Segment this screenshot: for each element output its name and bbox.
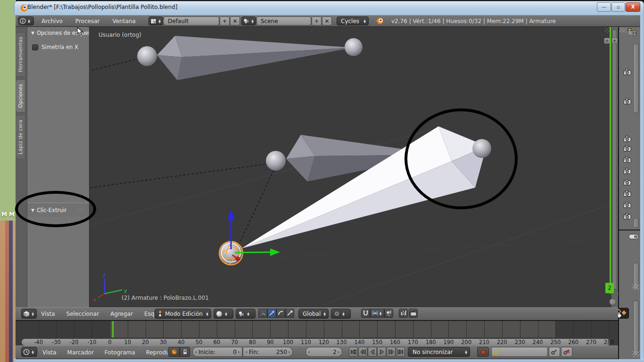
desktop-icon-label[interactable]: M <box>1 211 7 218</box>
close-layout-button[interactable]: ✕ <box>230 16 240 25</box>
current-frame-field[interactable]: ◂ 2 ▸ <box>305 347 342 357</box>
frame-start-field[interactable]: ◂ Inicio: 0 ▸ <box>192 347 242 357</box>
opengl-anim-button[interactable] <box>409 309 418 318</box>
restore-button[interactable]: ▫ <box>611 2 625 12</box>
pivot-center-dropdown[interactable]: ▲▼ <box>236 309 256 319</box>
toolshelf-panel-region: ▼ Opciones de esquel Simetría en X ▼ Cli… <box>27 27 90 307</box>
camera-icon[interactable] <box>623 69 632 75</box>
axis-y-label: y <box>124 288 127 294</box>
snap-increment-icon <box>372 310 378 316</box>
delete-keyframe-button[interactable] <box>561 347 572 357</box>
camera-toggle-column <box>619 27 640 244</box>
menu-archivo[interactable]: Archivo <box>41 18 63 25</box>
camera-icon[interactable] <box>623 98 632 105</box>
sync-dropdown[interactable]: No sincronizar ▲▼ <box>408 347 470 357</box>
increment-arrow-icon[interactable]: ▸ <box>338 350 340 354</box>
keying-set-field[interactable] <box>491 347 548 357</box>
mode-dropdown[interactable]: Modo Edición ▲▼ <box>155 309 211 319</box>
camera-icon[interactable] <box>623 168 632 174</box>
menu-fotograma[interactable]: Fotograma <box>105 349 135 356</box>
play-button[interactable] <box>377 347 386 357</box>
viewport-3d[interactable]: z y x Usuario (ortog) (2) Armature : Pol… <box>90 27 611 307</box>
key-delete-icon <box>563 349 570 355</box>
timeline-editor[interactable]: -40-30-20-100102030405060708090100110120… <box>16 321 618 346</box>
scene-field[interactable]: Scene <box>256 16 311 25</box>
close-button[interactable]: X <box>626 2 640 12</box>
camera-icon[interactable] <box>623 136 632 142</box>
insert-keyframe-button[interactable] <box>549 347 560 357</box>
screen-layout-field[interactable]: Default <box>164 16 219 25</box>
close-scene-button[interactable]: ✕ <box>322 16 332 25</box>
expand-region-button[interactable]: + <box>611 38 618 44</box>
auto-keyframe-toggle[interactable] <box>477 347 489 357</box>
menu-procesar[interactable]: Procesar <box>75 18 100 25</box>
jump-to-start-button[interactable] <box>349 347 358 357</box>
render-engine-dropdown[interactable]: Cycles ▲▼ <box>337 16 369 25</box>
timeline-editor-type-button[interactable]: ▲▼ <box>21 347 37 357</box>
tab-herramientas[interactable]: Herramientas <box>16 32 25 77</box>
add-scene-button[interactable]: + <box>312 16 322 25</box>
preview-range-toggle[interactable] <box>168 347 180 357</box>
proportional-edit-dropdown[interactable]: ▲▼ <box>331 309 351 319</box>
tab-l-piz-de-cera[interactable]: Lápiz de cera <box>16 115 25 159</box>
camera-icon[interactable] <box>623 156 632 163</box>
end-value: 250 <box>259 349 287 355</box>
current-frame-line[interactable] <box>112 321 114 337</box>
camera-icon[interactable] <box>623 190 632 197</box>
axis-gizmo-toggle[interactable] <box>258 309 267 318</box>
decrement-arrow-icon[interactable]: ◂ <box>245 350 247 354</box>
add-layout-button[interactable]: + <box>220 16 230 25</box>
editor-border[interactable] <box>619 230 640 230</box>
orientation-dropdown[interactable]: Global ▲▼ <box>298 309 329 319</box>
decrement-arrow-icon[interactable]: ◂ <box>195 350 197 354</box>
snap-toggle[interactable] <box>361 309 370 318</box>
editor-corner-grip[interactable] <box>632 284 639 290</box>
current-frame-line[interactable] <box>610 27 611 294</box>
editor-corner-grip[interactable] <box>17 21 23 26</box>
view3d-editor-type-button[interactable]: ▲▼ <box>21 309 37 319</box>
menu-seleccionar[interactable]: Seleccionar <box>66 311 99 317</box>
scale-manipulator-toggle[interactable] <box>285 309 294 318</box>
camera-icon[interactable] <box>623 145 632 152</box>
camera-icon[interactable] <box>623 202 632 208</box>
desktop-icon-label[interactable]: M <box>9 211 15 218</box>
scrollbar[interactable] <box>633 218 639 228</box>
chevron-updown-icon: ▲▼ <box>341 312 346 316</box>
minimize-button[interactable]: — <box>597 2 611 12</box>
viewport-shading-dropdown[interactable]: ▲▼ <box>214 309 233 319</box>
narrow-editor-scroll-column[interactable] <box>611 27 618 307</box>
translate-manipulator-toggle[interactable] <box>267 309 276 318</box>
rotate-manipulator-toggle[interactable] <box>276 309 285 318</box>
snap-element-button[interactable]: ▲▼ <box>370 309 384 318</box>
ruler-label-240: 240 <box>533 339 543 346</box>
properties-icon[interactable] <box>628 233 639 240</box>
camera-icon[interactable] <box>623 179 632 186</box>
editor-corner-grip[interactable] <box>611 299 617 304</box>
scene-icon-button[interactable]: ▲▼ <box>241 16 256 25</box>
screen-layout-icon-button[interactable]: ▲▼ <box>149 16 163 25</box>
increment-arrow-icon[interactable]: ▸ <box>238 350 240 354</box>
menu-marcador[interactable]: Marcador <box>67 349 94 356</box>
jump-start-icon <box>350 349 356 354</box>
lock-frame-toggle[interactable] <box>180 347 190 357</box>
x-mirror-checkbox[interactable] <box>32 44 38 50</box>
snap-target-button[interactable] <box>384 309 393 318</box>
play-reverse-button[interactable] <box>368 347 377 357</box>
jump-next-keyframe-button[interactable] <box>387 347 396 357</box>
gridline--10 <box>92 321 92 337</box>
menu-vista[interactable]: Vista <box>41 311 55 317</box>
menu-ventana[interactable]: Ventana <box>112 18 135 25</box>
jump-to-end-button[interactable] <box>396 347 405 357</box>
collapse-arrow-icon[interactable]: ▼ <box>31 31 34 35</box>
opengl-render-button[interactable] <box>399 309 408 318</box>
camera-icon[interactable] <box>623 213 632 220</box>
menu-vista[interactable]: Vista <box>42 349 57 356</box>
editor-corner-grip[interactable] <box>632 351 640 357</box>
increment-arrow-icon[interactable]: ▸ <box>289 350 290 354</box>
scrollbar[interactable] <box>612 29 617 289</box>
jump-prev-keyframe-button[interactable] <box>358 347 367 357</box>
tab-opciones[interactable]: Opciones <box>16 79 25 113</box>
scrollbar[interactable] <box>633 300 639 356</box>
frame-end-field[interactable]: ◂ Fin: 250 ▸ <box>243 347 293 357</box>
menu-agregar[interactable]: Agregar <box>110 311 133 317</box>
